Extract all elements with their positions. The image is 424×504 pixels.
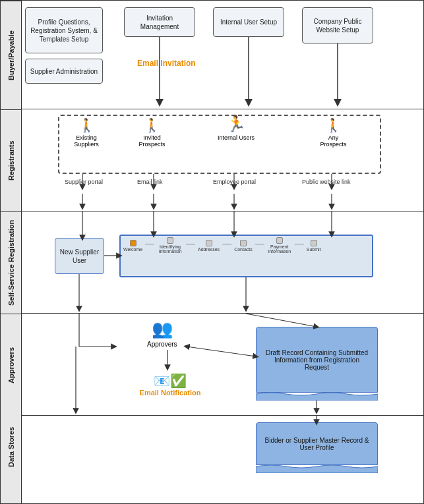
invited-prospects-figure: 🚶 Invited Prospects xyxy=(131,117,173,148)
supplier-portal-label: Supplier portal xyxy=(65,179,103,185)
new-supplier-user-box: New Supplier User xyxy=(55,238,104,274)
step-payment: Payment Information xyxy=(267,237,292,254)
lane-label-approvers: Approvers xyxy=(1,314,21,416)
step-identifying: Identifying Information xyxy=(157,237,183,254)
email-link-label: Email link xyxy=(137,179,163,185)
step-icon-identifying xyxy=(167,237,173,244)
internal-users-figure: 🏃 Internal Users xyxy=(216,115,256,141)
step-icon-submit xyxy=(311,240,317,246)
step-contacts: Contacts xyxy=(234,240,253,252)
supplier-admin-box: Supplier Administration xyxy=(25,59,103,84)
lane-label-registrants: Registrants xyxy=(1,109,21,211)
lane-buyer: Profile Questions, Registration System, … xyxy=(22,1,423,109)
email-icon: 📧✅ xyxy=(137,373,203,389)
bidder-supplier-box: Bidder or Supplier Master Record & User … xyxy=(256,422,378,465)
company-public-box: Company Public Website Setup xyxy=(302,7,373,43)
step-icon-contacts xyxy=(240,240,247,246)
step-icon-addresses xyxy=(206,240,212,246)
svg-line-20 xyxy=(187,347,256,356)
lane-labels: Buyer/Payable Registrants Self-Service R… xyxy=(1,1,22,503)
email-notification-container: 📧✅ Email Notification xyxy=(137,373,203,397)
step-icon-welcome xyxy=(130,240,136,246)
lane-approvers: 👥 Approvers 📧✅ Email Notification Draft … xyxy=(22,314,423,416)
any-prospects-figure: 🚶 Any Prospects xyxy=(315,117,351,148)
profile-questions-box: Profile Questions, Registration System, … xyxy=(25,7,103,53)
public-website-link-label: Public website link xyxy=(302,179,351,185)
approvers-figure: 👥 Approvers xyxy=(147,319,177,348)
lane-registrants: 🚶 Existing Suppliers 🚶 Invited Prospects… xyxy=(22,109,423,211)
lane-label-buyer: Buyer/Payable xyxy=(1,1,21,109)
wavy-bottom xyxy=(256,391,378,401)
step-addresses: Addresses xyxy=(198,240,220,252)
diagram: Buyer/Payable Registrants Self-Service R… xyxy=(0,0,424,504)
lane-label-selfservice: Self-Service Registration xyxy=(1,211,21,314)
main-content: Profile Questions, Registration System, … xyxy=(22,1,423,503)
email-invitation-label: Email Invitation xyxy=(137,59,196,68)
step-icon-payment xyxy=(276,237,283,244)
internal-user-setup-box: Internal User Setup xyxy=(213,7,284,37)
bidder-wavy-bottom xyxy=(256,464,378,473)
draft-record-box: Draft Record Containing Submitted Inform… xyxy=(256,327,378,393)
registration-form: Welcome — Identifying Information — Addr… xyxy=(119,235,373,277)
existing-suppliers-figure: 🚶 Existing Suppliers xyxy=(67,117,106,148)
lane-label-datastores: Data Stores xyxy=(1,416,21,478)
step-submit: Submit xyxy=(307,240,321,252)
step-welcome: Welcome xyxy=(123,240,142,252)
svg-line-18 xyxy=(246,314,317,327)
lane-datastores: Bidder or Supplier Master Record & User … xyxy=(22,416,423,478)
lane-selfservice: New Supplier User Welcome — Identifying … xyxy=(22,211,423,314)
invitation-mgmt-box: Invitation Management xyxy=(124,7,195,37)
employee-portal-label: Employee portal xyxy=(213,179,256,185)
reg-form-steps: Welcome — Identifying Information — Addr… xyxy=(121,236,372,255)
